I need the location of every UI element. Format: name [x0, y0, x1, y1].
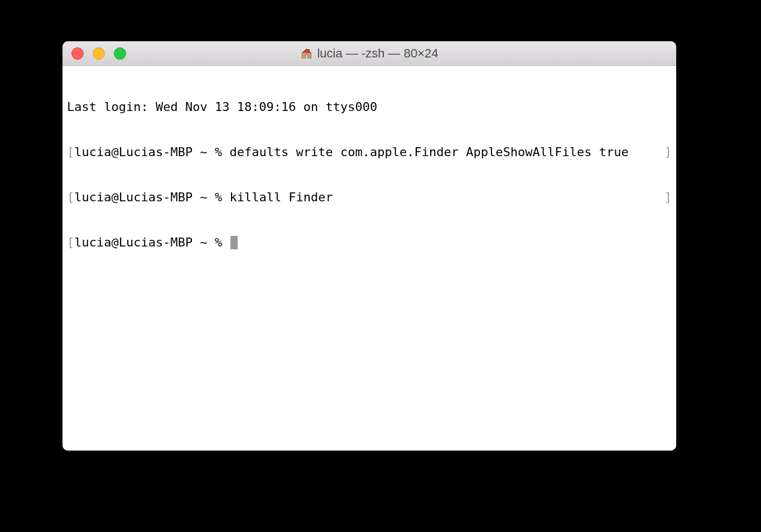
current-prompt: lucia@Lucias-MBP ~ % [74, 235, 229, 249]
terminal-line: [lucia@Lucias-MBP ~ % defaults write com… [67, 144, 672, 159]
minimize-button[interactable] [93, 47, 105, 60]
last-login-line: Last login: Wed Nov 13 18:09:16 on ttys0… [67, 99, 672, 114]
terminal-window: lucia — -zsh — 80×24 Last login: Wed Nov… [62, 41, 676, 451]
command-text: killall Finder [229, 190, 333, 204]
window-title-group: lucia — -zsh — 80×24 [300, 46, 438, 61]
svg-rect-0 [308, 49, 309, 52]
current-prompt-line: [lucia@Lucias-MBP ~ % [67, 235, 672, 250]
terminal-body[interactable]: Last login: Wed Nov 13 18:09:16 on ttys0… [62, 66, 676, 451]
home-icon [300, 47, 312, 60]
traffic-lights [62, 47, 126, 60]
bracket-close: ] [664, 144, 672, 159]
prompt: lucia@Lucias-MBP ~ % [74, 145, 229, 159]
last-login-text: Last login: Wed Nov 13 18:09:16 on ttys0… [67, 100, 377, 114]
bracket-open: [ [67, 190, 74, 204]
bracket-close: ] [664, 190, 672, 205]
bracket-open: [ [67, 235, 74, 249]
cursor-icon [230, 236, 238, 249]
prompt: lucia@Lucias-MBP ~ % [74, 190, 229, 204]
close-button[interactable] [71, 47, 84, 60]
bracket-open: [ [67, 145, 74, 159]
command-text: defaults write com.apple.Finder AppleSho… [229, 145, 628, 159]
titlebar[interactable]: lucia — -zsh — 80×24 [62, 41, 676, 66]
zoom-button[interactable] [114, 47, 126, 60]
window-title: lucia — -zsh — 80×24 [317, 46, 438, 61]
terminal-line: [lucia@Lucias-MBP ~ % killall Finder] [67, 190, 672, 205]
